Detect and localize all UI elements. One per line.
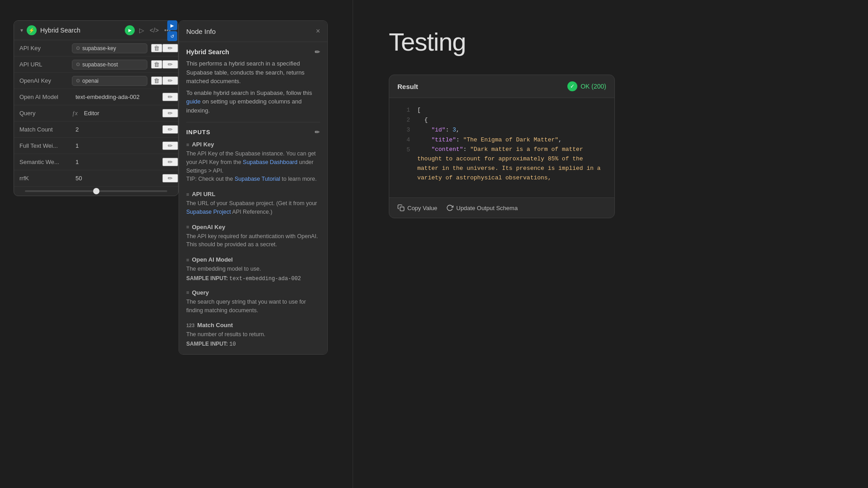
key-type-icon: ≡ xyxy=(186,192,189,197)
table-row: Semantic We... 1 ✏ xyxy=(14,154,178,170)
edit-button[interactable]: ✏ xyxy=(162,76,178,85)
input-item-title: ≡ API Key xyxy=(186,141,320,148)
run-button[interactable]: ▷ xyxy=(138,26,145,35)
edit-button[interactable]: ✏ xyxy=(162,93,178,101)
node-panel-header: ▾ ⚡ Hybrid Search ▶ ▷ </> ••• xyxy=(14,21,178,40)
match-count-value: 2 xyxy=(72,125,82,134)
guide-link[interactable]: guide xyxy=(186,98,201,105)
table-row: API URL ⊙ supabase-host 🗑 ✏ xyxy=(14,56,178,73)
row-label: rrfK xyxy=(14,172,68,184)
api-url-desc: The URL of your Supabase project. (Get i… xyxy=(186,199,320,216)
result-code-block: 1 [ 2 { 3 "id": 3, 4 "title": xyxy=(389,98,614,197)
openai-key-desc: The API key required for authentication … xyxy=(186,232,320,249)
edit-button[interactable]: ✏ xyxy=(162,141,178,150)
row-value: 50 xyxy=(68,171,162,186)
row-value: 2 xyxy=(68,122,162,137)
rrfk-value: 50 xyxy=(72,174,85,183)
input-item-title: ≡ OpenAI Key xyxy=(186,224,320,230)
row-value: ⊙ supabase-key xyxy=(68,41,151,56)
openai-key-value: openai xyxy=(82,78,99,84)
tool-button-2[interactable]: ↺ xyxy=(167,31,177,41)
query-desc: The search query string that you want to… xyxy=(186,298,320,315)
edit-button[interactable]: ✏ xyxy=(162,125,178,134)
slider-thumb[interactable] xyxy=(93,188,99,194)
testing-area: Testing Result ✓ OK (200) 1 [ 2 { xyxy=(362,0,868,488)
code-line: 4 "title": "The Enigma of Dark Matter", xyxy=(397,135,606,145)
node-info-panel: Node Info × Hybrid Search ✏ This perform… xyxy=(179,20,328,355)
row-value: ƒx Editor xyxy=(68,106,162,121)
edit-icon[interactable]: ✏ xyxy=(315,48,320,56)
result-panel: Result ✓ OK (200) 1 [ 2 { 3 xyxy=(389,75,615,218)
testing-title: Testing xyxy=(389,27,466,56)
input-item-title: ≡ API URL xyxy=(186,191,320,197)
code-content: [ xyxy=(417,105,421,115)
key-icon: ⊙ xyxy=(76,61,80,67)
input-item-title: 123 Match Count xyxy=(186,322,320,328)
edit-button[interactable]: ✏ xyxy=(162,109,178,117)
refresh-icon xyxy=(446,204,453,211)
code-content: "title": "The Enigma of Dark Matter", xyxy=(417,135,562,145)
info-section-title: Hybrid Search ✏ xyxy=(186,48,320,56)
fx-icon: ƒx xyxy=(72,110,78,117)
edit-button[interactable]: ✏ xyxy=(162,158,178,166)
table-row: Open AI Model text-embedding-ada-002 ✏ xyxy=(14,89,178,105)
line-num: 5 xyxy=(397,145,410,183)
api-key-desc: The API Key of the Supabase instance. Yo… xyxy=(186,150,320,175)
edit-button[interactable]: ✏ xyxy=(162,60,178,69)
row-value: text-embedding-ada-002 xyxy=(68,89,162,104)
tool-button-1[interactable]: ▶ xyxy=(167,20,177,30)
status-check-icon: ✓ xyxy=(567,81,577,91)
row-label: OpenAI Key xyxy=(14,75,68,87)
row-label: Open AI Model xyxy=(14,91,68,103)
key-icon: ⊙ xyxy=(76,78,80,84)
edit-button[interactable]: ✏ xyxy=(162,174,178,183)
api-url-badge: ⊙ supabase-host xyxy=(72,60,147,70)
table-row: rrfK 50 ✏ xyxy=(14,170,178,187)
semantic-weight-value: 1 xyxy=(72,157,82,167)
inputs-section: INPUTS ✏ ≡ API Key The API Key of the Su… xyxy=(186,122,320,347)
row-value: ⊙ supabase-host xyxy=(68,57,151,72)
code-line: 5 "content": "Dark matter is a form of m… xyxy=(397,145,606,183)
info-description-1: This performs a hybrid search in a speci… xyxy=(186,59,320,86)
table-row: Query ƒx Editor ✏ xyxy=(14,105,178,122)
update-schema-label: Update Output Schema xyxy=(456,205,518,211)
code-line: 2 { xyxy=(397,115,606,125)
input-item-api-url: ≡ API URL The URL of your Supabase proje… xyxy=(186,191,320,216)
line-num: 3 xyxy=(397,125,410,135)
number-type-icon: 123 xyxy=(186,323,194,328)
row-label: API Key xyxy=(14,42,68,54)
info-description-guide: To enable hybrid search in Supabase, fol… xyxy=(186,89,320,115)
key-type-icon: ≡ xyxy=(186,290,189,295)
delete-button[interactable]: 🗑 xyxy=(151,76,162,85)
play-button[interactable]: ▶ xyxy=(125,25,135,35)
close-button[interactable]: × xyxy=(316,27,320,35)
code-content: "content": "Dark matter is a form of mat… xyxy=(417,145,606,183)
copy-value-button[interactable]: Copy Value xyxy=(397,204,437,211)
edit-button[interactable]: ✏ xyxy=(162,44,178,52)
delete-button[interactable]: 🗑 xyxy=(151,44,162,52)
supabase-project-link[interactable]: Supabase Project xyxy=(186,209,231,215)
row-value: 1 xyxy=(68,138,162,153)
row-label: Match Count xyxy=(14,123,68,136)
inputs-header: INPUTS ✏ xyxy=(186,129,320,136)
update-schema-button[interactable]: Update Output Schema xyxy=(446,204,518,211)
status-text: OK (200) xyxy=(580,83,606,90)
header-controls: ▶ ▷ </> ••• xyxy=(125,25,172,35)
input-item-title: ≡ Query xyxy=(186,289,320,296)
delete-button[interactable]: 🗑 xyxy=(151,60,162,69)
code-button[interactable]: </> xyxy=(149,26,160,35)
line-num: 4 xyxy=(397,135,410,145)
row-label: API URL xyxy=(14,58,68,70)
result-title: Result xyxy=(397,83,418,90)
code-content: { xyxy=(417,115,428,125)
supabase-tutorial-link[interactable]: Supabase Tutorial xyxy=(235,176,280,182)
line-num: 1 xyxy=(397,105,410,115)
inputs-edit-icon[interactable]: ✏ xyxy=(315,129,320,136)
input-item-query: ≡ Query The search query string that you… xyxy=(186,289,320,315)
slider-track[interactable] xyxy=(25,190,167,192)
info-panel-header: Node Info × xyxy=(179,21,327,42)
supabase-dashboard-link[interactable]: Supabase Dashboard xyxy=(243,159,297,165)
row-value: 1 xyxy=(68,155,162,169)
input-item-match-count: 123 Match Count The number of results to… xyxy=(186,322,320,347)
svg-rect-0 xyxy=(400,207,404,211)
